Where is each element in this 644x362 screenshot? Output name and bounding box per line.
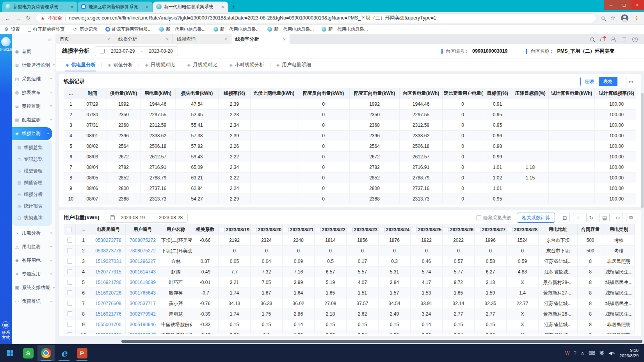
user-no-link[interactable]: 3005190946 xyxy=(126,319,160,330)
export-icon[interactable]: ↦ xyxy=(613,213,623,222)
user-no-link[interactable]: 3001618089 xyxy=(126,277,160,288)
page-tab-线损率分析[interactable]: 线损率分析× xyxy=(231,34,290,44)
bookmark-item[interactable]: 新一代用电信息采... xyxy=(159,27,206,32)
ie-app-icon[interactable]: e xyxy=(55,345,73,361)
bookmark-item[interactable]: 能源互联网营销服... xyxy=(105,27,152,32)
sidebar-subitem-线损分析[interactable]: ◎线损分析 xyxy=(12,188,52,200)
sidebar-item-负荷辨识[interactable]: ▭负荷辨识▼ xyxy=(12,295,55,308)
sidebar-item-有序用电[interactable]: ◆有序用电▼ xyxy=(12,254,55,267)
row-checkbox[interactable] xyxy=(67,290,72,295)
tab-close-icon[interactable]: × xyxy=(69,4,74,10)
maximize-button[interactable]: □ xyxy=(617,0,631,10)
contact-block[interactable]: ☎ 联系 方式 xyxy=(0,321,12,340)
user-date-start[interactable]: 2023-08-19 xyxy=(121,215,145,220)
sidebar-subitem-专职总览[interactable]: ◻专职总览 xyxy=(12,153,52,165)
sidebar-subitem-赋值管理[interactable]: ▥赋值管理 xyxy=(12,177,52,188)
minimize-button[interactable]: – xyxy=(604,0,617,10)
row-checkbox[interactable] xyxy=(67,238,72,243)
sidebar-item-计量运行监测[interactable]: ⊠计量运行监测▼ xyxy=(12,59,55,72)
column-settings-icon[interactable]: ⊡ xyxy=(560,213,570,222)
date-checkbox[interactable] xyxy=(412,227,417,232)
meter-no-link[interactable]: 0538273778 xyxy=(91,235,126,246)
correlation-calc-button[interactable]: 相关系数计算 xyxy=(517,213,555,223)
vertical-scrollbar[interactable] xyxy=(641,93,644,208)
row-checkbox[interactable] xyxy=(67,269,72,274)
bookmark-item[interactable]: 新一代用电信息采... xyxy=(322,27,368,32)
wps-app-icon[interactable]: S xyxy=(20,345,37,361)
page-tab-线损查询[interactable]: 线损查询× xyxy=(173,34,231,44)
user-no-link[interactable]: 3001296227 xyxy=(126,256,160,267)
bookmark-item[interactable]: ↺历史记录 xyxy=(73,27,98,32)
sidebar-item-抄表发布[interactable]: ◎抄表发布▼ xyxy=(12,86,55,99)
tray-expand-icon[interactable]: ∧ xyxy=(581,350,584,356)
help-tray-icon[interactable]: ? xyxy=(574,350,576,356)
date-checkbox[interactable] xyxy=(252,227,257,232)
page-tab-线损分析[interactable]: 线损分析× xyxy=(114,34,173,44)
start-button[interactable] xyxy=(2,345,19,361)
row-checkbox[interactable] xyxy=(67,301,72,306)
row-checkbox[interactable] xyxy=(67,248,72,253)
chrome-app-icon[interactable] xyxy=(37,345,55,361)
date-checkbox[interactable] xyxy=(316,227,321,232)
sidebar-item-系统支撑功能[interactable]: ▣系统支撑功能▼ xyxy=(12,281,55,294)
subtab-月线损对比[interactable]: ◈月线损对比 xyxy=(181,59,223,71)
sidebar-item-采集运维[interactable]: ▤采集运维▼ xyxy=(12,73,55,85)
meter-no-link[interactable]: 1555001700 xyxy=(91,319,126,330)
sidebar-item-用电分析[interactable]: ◔用电分析▼ xyxy=(12,227,55,240)
url-box[interactable]: ▲ 不安全 neweic.js.sgcc.com.cn/#/llm/line/L… xyxy=(36,13,596,23)
chart-toggle-button[interactable]: 图表 xyxy=(580,77,599,86)
close-button[interactable]: × xyxy=(631,0,644,10)
date-checkbox[interactable] xyxy=(476,227,481,232)
meter-no-link[interactable]: 1519227031 xyxy=(91,256,126,267)
date-checkbox[interactable] xyxy=(508,227,513,232)
wps-tray-icon[interactable]: W xyxy=(565,350,569,356)
meter-no-link[interactable]: 1516921786 xyxy=(91,277,126,288)
sidebar-item-用电监测[interactable]: △用电监测▼ xyxy=(12,240,55,253)
date-start[interactable]: 2023-07-29 xyxy=(111,48,135,54)
save-icon[interactable]: ▤ xyxy=(600,213,610,222)
select-all-checkbox[interactable] xyxy=(67,227,72,232)
profile-avatar[interactable] xyxy=(621,14,628,22)
tab-close-icon[interactable]: × xyxy=(107,37,110,42)
tab-close-icon[interactable]: × xyxy=(283,37,286,42)
bookmark-item[interactable]: ⚙设置 xyxy=(4,27,20,32)
date-range-picker[interactable]: 2023-07-29 - 2023-08-28 xyxy=(95,46,178,56)
url-text[interactable]: neweic.js.sgcc.com.cn/#/llm/line/LineRat… xyxy=(69,15,591,21)
meter-no-link[interactable]: 1555001701 xyxy=(91,330,126,334)
security-warning-label[interactable]: 不安全 xyxy=(48,15,62,21)
sidebar-item-配电监测[interactable]: ▦配电监测▼ xyxy=(12,114,55,126)
bookmark-item[interactable]: 新一代用电信息采... xyxy=(213,27,260,32)
sidebar-collapse-icon[interactable]: ≣ xyxy=(48,36,52,42)
browser-tab[interactable]: 新一代用电信息采集系统× xyxy=(153,2,228,12)
subtab-用户电量明细[interactable]: ◈用户电量明细 xyxy=(270,59,317,71)
row-checkbox[interactable] xyxy=(67,280,72,285)
tab-close-icon[interactable]: × xyxy=(220,4,225,10)
bookmark-item[interactable]: 打开新的标签页 xyxy=(28,27,65,32)
taskbar-clock[interactable]: 9:10 2023/8/29 xyxy=(618,348,642,358)
user-date-end[interactable]: 2023-08-28 xyxy=(159,215,183,220)
sidebar-item-线损监测[interactable]: ◈线损监测▲ xyxy=(12,127,52,140)
hide-failed-option[interactable]: 隐藏采集失败 xyxy=(476,215,511,221)
user-no-link[interactable]: 7808075272 xyxy=(126,235,160,246)
meter-no-link[interactable]: 1520776609 xyxy=(91,298,126,309)
sidebar-item-费控监测[interactable]: ⊟费控监测▼ xyxy=(12,100,55,113)
date-checkbox[interactable] xyxy=(284,227,289,232)
new-tab-button[interactable]: + xyxy=(228,2,238,12)
tab-close-icon[interactable]: × xyxy=(166,37,169,42)
keyboard-icon[interactable]: ⌨ xyxy=(589,350,595,356)
user-no-link[interactable]: 3002537717 xyxy=(126,298,160,309)
user-no-link[interactable]: 3001765643 xyxy=(126,288,160,298)
bookmark-star-icon[interactable]: ☆ xyxy=(610,14,616,21)
subtab-赋值分析[interactable]: ◈赋值分析 xyxy=(102,59,139,71)
subtab-日线损对比[interactable]: ◈日线损对比 xyxy=(139,59,181,71)
row-checkbox[interactable] xyxy=(67,322,72,327)
date-checkbox[interactable] xyxy=(348,227,353,232)
sidebar-subitem-线损总览[interactable]: ▧线损总览 xyxy=(12,142,52,153)
meter-no-link[interactable]: 1520777315 xyxy=(91,267,126,277)
row-checkbox[interactable] xyxy=(67,332,72,334)
subtab-小时线损分析[interactable]: ◈小时线损分析 xyxy=(223,59,270,71)
app-search-icon[interactable] xyxy=(590,37,594,41)
app-fullscreen-icon[interactable] xyxy=(622,37,626,41)
fullscreen-icon[interactable]: ⧉ xyxy=(626,213,636,222)
date-checkbox[interactable] xyxy=(380,227,385,232)
